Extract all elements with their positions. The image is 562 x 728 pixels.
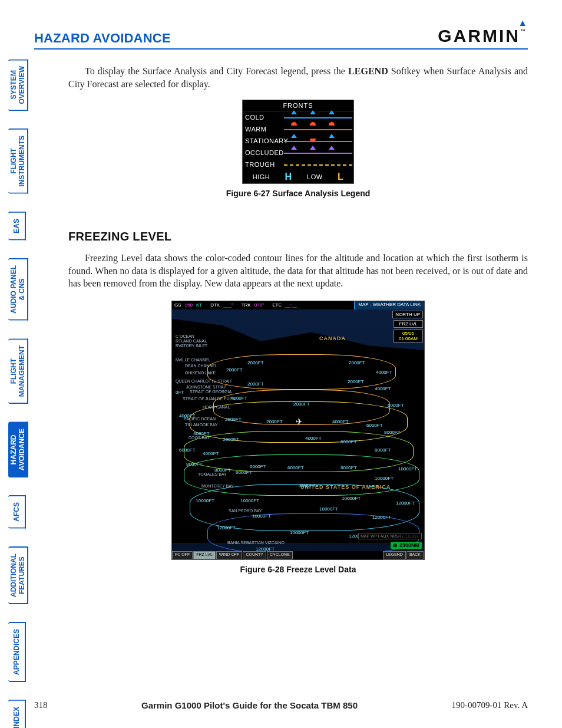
gs-unit: KT [196, 302, 202, 308]
altitude-label: 10000FT [375, 476, 394, 481]
footer-rev: 190-00709-01 Rev. A [452, 700, 528, 710]
place-label: HOOD CANAL [203, 405, 230, 409]
north-up-badge: NORTH UP [392, 311, 423, 318]
altitude-label: 4000FT [332, 419, 349, 424]
altitude-label: 10000FT [240, 498, 259, 503]
tab-flight-management[interactable]: FLIGHTMANAGEMENT [8, 338, 28, 404]
altitude-label: 4000FT [203, 451, 219, 456]
place-label: DEAN CHANNEL [185, 364, 217, 368]
altitude-label: 2000FT [223, 437, 239, 442]
altitude-label: 10000FT [319, 506, 338, 512]
place-label: NVILLE CHANNEL [176, 358, 211, 362]
frz-lvl-badge: FRZ LVL [394, 320, 423, 328]
map-title: MAP - WEATHER DATA LINK [354, 301, 424, 309]
timestamp-badge: 05/0601:00AM [394, 330, 423, 342]
trk-label: TRK [242, 302, 251, 308]
figure-6-28-caption: Figure 6-28 Freeze Level Data [68, 565, 528, 574]
altitude-label: 6000FT [366, 423, 383, 428]
page-header: HAZARD AVOIDANCE ▲ GARMIN™ [34, 26, 528, 50]
altitude-label: 6000FT [250, 464, 266, 469]
legend-label: WARM [244, 126, 284, 133]
altitude-label: 12000FT [217, 525, 236, 531]
altitude-label: 8000FT [214, 467, 231, 473]
altitude-label: 12000FT [396, 500, 415, 506]
softkey-frz-lvl[interactable]: FRZ LVL [193, 551, 216, 559]
ete-value: __:__ [285, 302, 297, 308]
place-label: RVATORY INLET [176, 344, 207, 348]
altitude-label: 4000FT [305, 436, 322, 441]
altitude-label: 4000FT [376, 370, 392, 375]
softkey-legend[interactable]: LEGEND [383, 551, 406, 559]
paragraph-freezing: Freezing Level data shows the color-code… [68, 252, 528, 290]
altitude-label: 6000FT [179, 447, 196, 453]
place-label: TILLAMOOK BAY [185, 423, 218, 427]
legend-row-cold: COLD [243, 111, 353, 123]
softkey-back[interactable]: BACK [406, 551, 424, 559]
altitude-label: 4000FT [193, 431, 210, 436]
altitude-label: 2000FT [348, 379, 364, 384]
legend-label: STATIONARY [244, 137, 284, 144]
altitude-label: 4000FT [231, 396, 247, 401]
altitude-label: 10000FT [252, 513, 271, 519]
altitude-label: 8000FT [340, 465, 357, 470]
place-label: TOMALES BAY [198, 472, 227, 476]
legend-label: OCCLUDED [244, 149, 284, 156]
cold-front-icon [284, 113, 352, 121]
altitude-label: 12000FT [372, 515, 391, 520]
brand-text: GARMIN [438, 26, 520, 45]
altitude-label: 8000FT [375, 447, 391, 453]
tab-appendices[interactable]: APPENDICES [8, 622, 26, 682]
altitude-label: 6000FT [287, 465, 304, 470]
softkey-wind-off[interactable]: WIND OFF [216, 551, 243, 559]
ownship-icon: ✈ [296, 417, 303, 426]
softkey-cyclone[interactable]: CYCLONE [267, 551, 293, 559]
legend-row-stationary: STATIONARY [243, 135, 353, 147]
occluded-front-icon [284, 149, 352, 157]
legend-label: COLD [244, 114, 284, 121]
tab-eas[interactable]: EAS [8, 212, 26, 241]
garmin-logo: ▲ GARMIN™ [438, 26, 528, 46]
page-group-indicator: MAP WPT AUX NRST □ □ □ □ □ [358, 533, 422, 539]
altitude-label: 2000FT [247, 360, 264, 365]
altitude-label: 6000FT [340, 439, 357, 444]
dtk-value: ___° [223, 302, 233, 308]
freeze-level-map: GS 150KT DTK ___° TRK 078° ETE __:__ MAP… [171, 301, 425, 560]
tab-system-overview[interactable]: SYSTEMOVERVIEW [8, 59, 28, 111]
altitude-label: 6000FT [388, 403, 404, 408]
paragraph-intro: To display the Surface Analysis and City… [68, 65, 528, 90]
place-label: STRAIT OF GEORGIA [190, 390, 232, 394]
place-label: RTLAND CANAL [176, 339, 207, 343]
warm-front-icon [284, 125, 352, 133]
softkey-county[interactable]: COUNTY [243, 551, 266, 559]
map-scale: ⊕ 2300NM [391, 542, 422, 549]
ete-label: ETE [272, 302, 282, 308]
tab-flight-instruments[interactable]: FLIGHTINSTRUMENTS [8, 129, 28, 194]
section-title: HAZARD AVOIDANCE [34, 31, 171, 46]
page-number: 318 [34, 700, 48, 710]
gs-value: 150 [185, 302, 193, 308]
dtk-label: DTK [210, 302, 220, 308]
trk-value: 078° [254, 302, 265, 308]
p1-a: To display the Surface Analysis and City… [85, 66, 348, 76]
freezing-level-heading: FREEZING LEVEL [68, 230, 528, 243]
tab-hazard-avoidance[interactable]: HAZARDAVOIDANCE [8, 421, 28, 477]
legend-header: FRONTS [243, 100, 353, 111]
tab-audio-panel-cns[interactable]: AUDIO PANEL& CNS [8, 258, 28, 321]
legend-row-warm: WARM [243, 123, 353, 135]
trough-icon [284, 160, 352, 169]
tab-index[interactable]: INDEX [8, 700, 26, 728]
softkey-fc-off[interactable]: FC OFF [172, 551, 193, 559]
altitude-label: 10000FT [196, 498, 214, 503]
place-label: MONTEREY BAY [201, 484, 234, 488]
tab-additional-features[interactable]: ADDITIONALFEATURES [8, 546, 28, 604]
altitude-label: 2000FT [225, 417, 242, 422]
tab-afcs[interactable]: AFCS [8, 495, 26, 529]
low-label: LOW [307, 173, 323, 180]
altitude-label: 6000FT [236, 470, 252, 475]
place-label: BAHIA SEBASTIAN VIZCAINO [227, 541, 285, 545]
content-area: To display the Surface Analysis and City… [68, 65, 528, 574]
altitude-label: 10000FT [290, 530, 309, 535]
stationary-front-icon [284, 137, 352, 145]
altitude-label: 8000FT [299, 483, 316, 488]
legend-row-trough: TROUGH [243, 159, 353, 170]
